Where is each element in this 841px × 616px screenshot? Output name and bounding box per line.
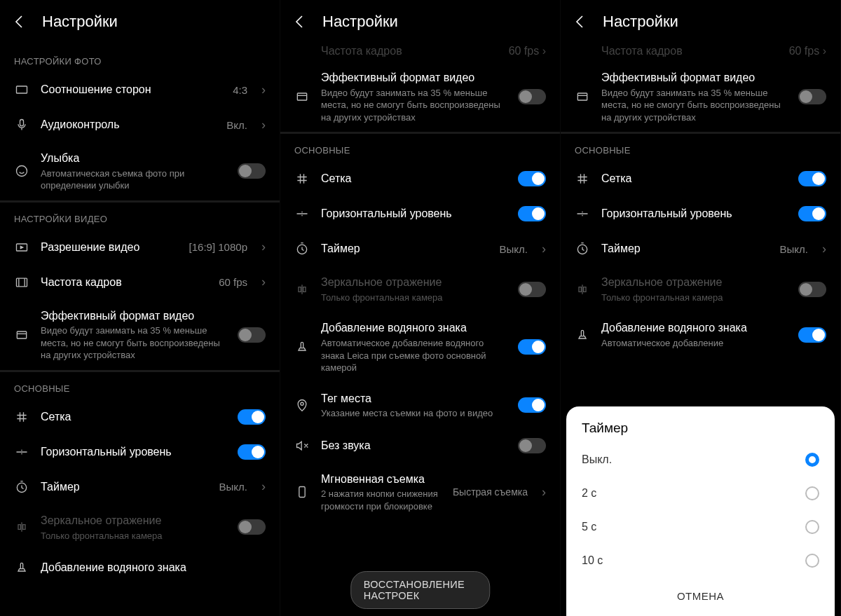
row-level[interactable]: Горизонтальный уровень xyxy=(280,196,560,231)
chevron-right-icon: › xyxy=(822,242,826,256)
stamp-icon xyxy=(575,327,590,343)
row-fps-clipped: Частота кадров60 fps › xyxy=(561,45,840,62)
row-value: Вкл. xyxy=(226,119,247,131)
row-aspect-ratio[interactable]: Соотношение сторон 4:3 › xyxy=(0,72,280,107)
mirror-icon xyxy=(14,519,29,535)
toggle-geotag[interactable] xyxy=(518,397,546,413)
svg-point-2 xyxy=(17,166,27,177)
toggle-grid[interactable] xyxy=(798,171,826,186)
row-fps[interactable]: Частота кадров 60 fps › xyxy=(0,265,280,300)
row-watermark[interactable]: Добавление водяного знака Автоматическое… xyxy=(280,312,560,382)
row-label: Зеркальное отражение xyxy=(41,513,226,528)
page-title: Настройки xyxy=(322,13,398,31)
row-sublabel: Видео будут занимать на 35 % меньше мест… xyxy=(321,87,507,124)
row-timer[interactable]: Таймер Выкл. › xyxy=(561,231,840,266)
row-sublabel: Автоматическое добавление xyxy=(601,337,787,350)
toggle-level[interactable] xyxy=(798,206,826,221)
row-grid[interactable]: Сетка xyxy=(0,399,280,434)
chevron-right-icon: › xyxy=(261,118,266,132)
row-label: Горизонтальный уровень xyxy=(321,206,507,221)
row-sublabel: Указание места съемки на фото и видео xyxy=(321,407,507,420)
row-timer[interactable]: Таймер Выкл. › xyxy=(0,470,280,505)
row-resolution[interactable]: Разрешение видео [16:9] 1080p › xyxy=(0,230,280,265)
row-level[interactable]: Горизонтальный уровень xyxy=(561,196,840,231)
row-value: Быстрая съемка xyxy=(453,486,528,498)
row-watermark[interactable]: Добавление водяного знака xyxy=(0,550,280,585)
toggle-efficient[interactable] xyxy=(238,327,266,343)
page-title: Настройки xyxy=(42,13,118,31)
row-label: Сетка xyxy=(321,171,507,186)
chevron-right-icon: › xyxy=(542,242,546,256)
toggle-efficient[interactable] xyxy=(518,89,546,104)
location-icon xyxy=(294,397,310,413)
timer-option-2s[interactable]: 2 с xyxy=(566,477,835,510)
row-audio-control[interactable]: Аудиоконтроль Вкл. › xyxy=(0,107,280,142)
timer-icon xyxy=(294,241,310,256)
row-smile[interactable]: Улыбка Автоматическая съемка фото при оп… xyxy=(0,142,280,200)
timer-option-10s[interactable]: 10 с xyxy=(566,544,835,577)
back-button[interactable] xyxy=(572,13,589,30)
video-icon xyxy=(14,240,29,255)
row-label: Зеркальное отражение xyxy=(321,275,507,290)
row-label: Без звука xyxy=(321,438,507,453)
back-button[interactable] xyxy=(11,13,28,30)
row-label: Эффективный формат видео xyxy=(321,70,507,85)
row-label: Сетка xyxy=(41,409,226,425)
radio-icon xyxy=(805,486,819,500)
toggle-efficient[interactable] xyxy=(798,89,826,104)
row-label: Тег места xyxy=(321,391,507,406)
toggle-level[interactable] xyxy=(238,444,266,460)
radio-icon xyxy=(805,520,819,534)
toggle-smile[interactable] xyxy=(238,163,266,179)
row-level[interactable]: Горизонтальный уровень xyxy=(0,434,280,470)
row-watermark[interactable]: Добавление водяного знака Автоматическое… xyxy=(561,312,840,357)
film-icon xyxy=(14,275,29,290)
arrow-left-icon xyxy=(292,13,308,30)
row-label: Эффективный формат видео xyxy=(41,308,226,324)
restore-settings-button[interactable]: ВОССТАНОВЛЕНИЕ НАСТРОЕК xyxy=(350,571,491,609)
stamp-icon xyxy=(14,560,29,575)
row-label: Горизонтальный уровень xyxy=(601,206,787,221)
mirror-icon xyxy=(294,282,310,297)
svg-rect-1 xyxy=(20,120,24,126)
section-main: ОСНОВНЫЕ xyxy=(280,134,560,161)
row-efficient-video[interactable]: Эффективный формат видео Видео будут зан… xyxy=(0,300,280,370)
row-label: Зеркальное отражение xyxy=(601,275,787,290)
row-mute[interactable]: Без звука xyxy=(280,428,560,463)
row-efficient-video[interactable]: Эффективный формат видео Видео будут зан… xyxy=(280,62,560,132)
row-efficient-video[interactable]: Эффективный формат видео Видео будут зан… xyxy=(561,62,840,132)
chevron-right-icon: › xyxy=(261,479,266,494)
chevron-right-icon: › xyxy=(261,275,266,289)
row-instant-shot[interactable]: Мгновенная съемка 2 нажатия кнопки сниже… xyxy=(280,463,560,521)
row-label: Добавление водяного знака xyxy=(601,320,787,336)
row-label: Таймер xyxy=(41,479,208,495)
phone-icon xyxy=(294,484,310,500)
svg-rect-10 xyxy=(299,487,305,498)
screen-2: Настройки Частота кадров60 fps › Эффекти… xyxy=(280,0,561,616)
toggle-watermark[interactable] xyxy=(518,339,546,355)
chevron-right-icon: › xyxy=(261,240,266,254)
toggle-grid[interactable] xyxy=(238,409,266,425)
screen-3: Настройки Частота кадров60 fps › Эффекти… xyxy=(561,0,841,616)
compress-icon xyxy=(14,327,29,343)
toggle-mirror xyxy=(798,282,826,297)
toggle-grid[interactable] xyxy=(518,171,546,186)
row-timer[interactable]: Таймер Выкл. › xyxy=(280,231,560,266)
modal-cancel-button[interactable]: ОТМЕНА xyxy=(566,577,835,616)
toggle-level[interactable] xyxy=(518,206,546,221)
timer-option-5s[interactable]: 5 с xyxy=(566,510,835,544)
option-label: 2 с xyxy=(582,487,596,500)
back-button[interactable] xyxy=(292,13,308,30)
toggle-mute[interactable] xyxy=(518,438,546,453)
level-icon xyxy=(14,444,29,460)
compress-icon xyxy=(294,89,310,104)
row-label: Разрешение видео xyxy=(41,240,178,255)
row-grid[interactable]: Сетка xyxy=(561,161,840,196)
timer-option-off[interactable]: Выкл. xyxy=(566,443,835,477)
svg-rect-0 xyxy=(17,86,27,93)
row-label: Добавление водяного знака xyxy=(321,320,507,336)
row-grid[interactable]: Сетка xyxy=(280,161,560,196)
toggle-watermark[interactable] xyxy=(798,327,826,343)
option-label: 10 с xyxy=(582,554,603,567)
row-geotag[interactable]: Тег места Указание места съемки на фото … xyxy=(280,383,560,428)
